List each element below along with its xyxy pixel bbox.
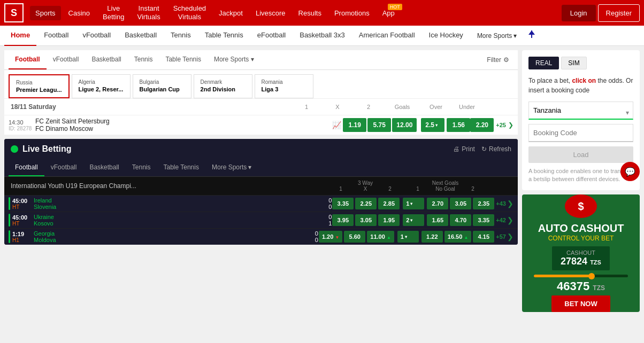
sim-tab[interactable]: SIM (561, 57, 586, 69)
booking-code-input[interactable] (528, 124, 633, 142)
sec-nav-ice-hockey[interactable]: Ice Hockey (423, 26, 470, 46)
sec-nav-basketball[interactable]: Basketball (118, 26, 163, 46)
odds-group: 1.19 5.75 12.00 (343, 118, 417, 132)
sec-nav-football[interactable]: Football (37, 26, 75, 46)
live-goals-btn[interactable]: 1 ▾ (403, 198, 424, 209)
sec-nav-vfootball[interactable]: vFootball (76, 26, 117, 46)
odd-2-button[interactable]: 12.00 (392, 118, 417, 132)
bet-now-button[interactable]: BET NOW (551, 295, 610, 312)
live-odd-2[interactable]: 11.00 ▲ (367, 231, 394, 243)
down-arrow-icon: ▼ (335, 235, 339, 240)
sec-nav-home[interactable]: Home (4, 26, 36, 46)
nav-sports[interactable]: Sports (30, 6, 61, 20)
live-ng-1[interactable]: 2.70 (427, 198, 448, 209)
sec-nav-american-football[interactable]: American Football (352, 26, 421, 46)
odd-x-button[interactable]: 5.75 (367, 118, 391, 132)
goals-button[interactable]: 2.5 ▾ (421, 118, 444, 132)
trend-icon[interactable]: 📈 (330, 121, 343, 129)
country-select[interactable]: Tanzania Kenya Uganda Nigeria (528, 102, 633, 120)
live-tab-basketball[interactable]: Basketball (83, 159, 125, 176)
nav-app[interactable]: App HOT (377, 6, 400, 20)
live-tab-tennis[interactable]: Tennis (126, 159, 157, 176)
chevron-right-icon[interactable]: ❯ (508, 121, 513, 129)
live-goals-btn[interactable]: 1 ▾ (397, 231, 419, 243)
filter-button[interactable]: Filter ⚙ (482, 53, 513, 67)
live-odd-2[interactable]: 1.95 (378, 214, 400, 226)
over-button[interactable]: 1.56 (447, 118, 470, 132)
chevron-down-icon: ▾ (248, 163, 251, 171)
nav-promotions[interactable]: Promotions (329, 6, 375, 20)
live-odd-x[interactable]: 3.05 (355, 214, 377, 226)
live-tab-vfootball[interactable]: vFootball (44, 159, 83, 176)
chevron-right-icon[interactable]: ❯ (507, 199, 513, 208)
live-indicator-bar (9, 197, 10, 210)
live-odd-1[interactable]: 3.95 (332, 214, 354, 226)
league-tab-1[interactable]: Algeria Ligue 2, Reser... (72, 74, 131, 98)
real-tab[interactable]: REAL (528, 57, 559, 69)
live-odd-x[interactable]: 2.25 (355, 198, 377, 209)
league-tab-0[interactable]: Russia Premier Leagu... (9, 74, 70, 98)
live-odd-1[interactable]: 3.35 (332, 198, 354, 209)
bet-note: A booking code enables one to transfer a… (528, 167, 633, 184)
live-odd-2[interactable]: 2.85 (378, 198, 400, 209)
live-goals-btn[interactable]: 2 ▾ (403, 214, 424, 226)
live-ng-2[interactable]: 4.15 (473, 231, 494, 243)
chevron-right-icon[interactable]: ❯ (507, 216, 513, 224)
league-tabs: Russia Premier Leagu... Algeria Ligue 2,… (4, 70, 518, 98)
live-ng-nogoal[interactable]: 3.05 (450, 198, 471, 209)
print-button[interactable]: 🖨 Print (453, 145, 475, 153)
nav-scheduled-virtuals[interactable]: ScheduledVirtuals (168, 1, 211, 24)
sec-nav-efootball[interactable]: eFootball (251, 26, 292, 46)
league-tab-2[interactable]: Bulgaria Bulgarian Cup (133, 74, 191, 98)
sport-tab-table-tennis[interactable]: Table Tennis (159, 50, 208, 69)
sport-tab-vfootball[interactable]: vFootball (47, 50, 86, 69)
sec-nav-tennis[interactable]: Tennis (164, 26, 197, 46)
sport-tab-basketball[interactable]: Basketball (85, 50, 127, 69)
up-arrow-icon: ▲ (387, 235, 391, 240)
live-odd-x[interactable]: 5.60 (344, 231, 365, 243)
league-tab-4[interactable]: Romania Liga 3 (255, 74, 313, 98)
sport-tab-tennis[interactable]: Tennis (128, 50, 159, 69)
register-button[interactable]: Register (598, 4, 640, 22)
refresh-button[interactable]: ↻ Refresh (481, 145, 511, 153)
live-more-bets[interactable]: +57 (495, 233, 507, 240)
chat-bubble[interactable]: 💬 (620, 162, 640, 181)
nav-livescore[interactable]: Livescore (250, 6, 291, 20)
nav-jackpot[interactable]: Jackpot (213, 6, 248, 20)
chat-icon: 💬 (625, 167, 635, 177)
sec-nav-table-tennis[interactable]: Table Tennis (198, 26, 250, 46)
live-match-header-row: International Youth U19 European Champi.… (4, 177, 518, 195)
promo-banner: $ AUTO CASHOUT CONTROL YOUR BET CASHOUT … (522, 194, 640, 312)
live-ng-1[interactable]: 1.22 (421, 231, 443, 243)
live-more-bets[interactable]: +43 (495, 200, 507, 207)
league-tab-3[interactable]: Denmark 2nd Division (194, 74, 252, 98)
nav-live-betting[interactable]: LiveBetting (97, 1, 129, 24)
sport-tab-football[interactable]: Football (9, 50, 47, 69)
live-tab-table-tennis[interactable]: Table Tennis (157, 159, 205, 176)
live-ng-2[interactable]: 3.35 (473, 214, 494, 226)
live-more-bets[interactable]: +42 (495, 217, 507, 223)
nav-results[interactable]: Results (293, 6, 327, 20)
chevron-right-icon[interactable]: ❯ (507, 232, 513, 241)
live-ng-2[interactable]: 2.35 (473, 198, 494, 209)
live-ng-1[interactable]: 1.65 (427, 214, 448, 226)
under-button[interactable]: 2.20 (470, 118, 494, 132)
cashout-box: CASHOUT 27824 TZS (552, 246, 610, 270)
live-odd-1[interactable]: 1.20 ▼ (319, 231, 342, 243)
nav-casino[interactable]: Casino (63, 6, 95, 20)
login-button[interactable]: Login (562, 5, 596, 21)
sport-tab-more-sports[interactable]: More Sports ▾ (208, 50, 260, 69)
more-bets[interactable]: +25 (494, 122, 508, 128)
sec-nav-basketball-3x3[interactable]: Basketball 3x3 (293, 26, 351, 46)
live-ng-nogoal[interactable]: 4.70 (450, 214, 471, 226)
odd-1-button[interactable]: 1.19 (343, 118, 366, 132)
live-tab-more-sports[interactable]: More Sports ▾ (205, 159, 258, 176)
table-row: 45:00 HT Ukraine 0 Kosovo 1 3.95 3.05 (4, 212, 518, 228)
table-row: 14:30 ID: 28278 FC Zenit Saint Petersbur… (4, 115, 518, 135)
country-select-wrapper: Tanzania Kenya Uganda Nigeria (528, 102, 633, 124)
load-button[interactable]: Load (528, 146, 633, 163)
live-ng-nogoal[interactable]: 16.50 ▲ (444, 231, 472, 243)
nav-instant-virtuals[interactable]: InstantVirtuals (132, 1, 166, 24)
live-tab-football[interactable]: Football (9, 159, 44, 176)
sec-nav-more-sports[interactable]: More Sports ▾ (471, 28, 523, 44)
